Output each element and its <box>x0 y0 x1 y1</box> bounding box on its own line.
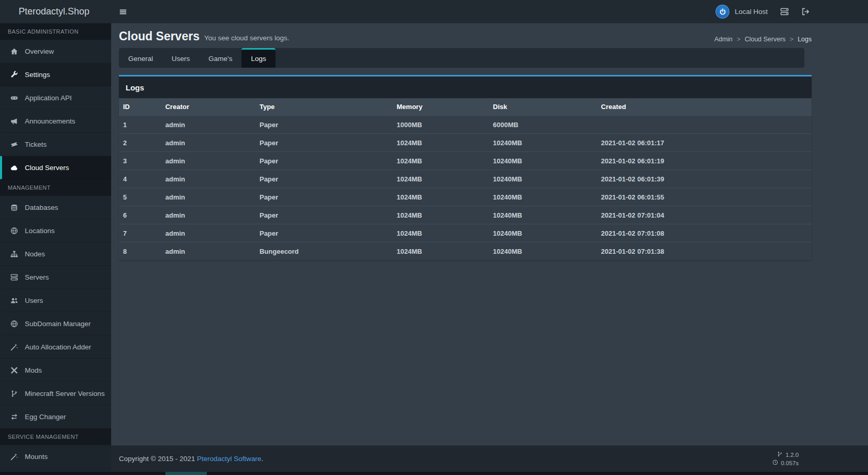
sidebar-item-mounts[interactable]: Mounts <box>0 445 111 468</box>
globe-icon <box>9 320 19 328</box>
database-icon <box>9 204 19 211</box>
log-row: 4adminPaper1024MB10240MB2021-01-02 06:01… <box>119 170 812 188</box>
log-cell: Paper <box>255 188 392 206</box>
footer: Copyright © 2015 - 2021 Pterodactyl Soft… <box>111 446 868 472</box>
sidebar-item-minecraft-server-versions[interactable]: Minecraft Server Versions <box>0 382 111 405</box>
content-area: Cloud ServersYou see cloud servers logs.… <box>111 23 868 446</box>
sidebar-item-databases[interactable]: Databases <box>0 196 111 219</box>
log-cell: 10240MB <box>489 242 597 261</box>
tab-general[interactable]: General <box>119 48 162 68</box>
log-cell: admin <box>161 134 255 152</box>
log-cell: 6 <box>119 206 161 224</box>
sidebar-item-label: Minecraft Server Versions <box>25 390 105 397</box>
sidebar-item-nodes[interactable]: Nodes <box>0 242 111 266</box>
ticket-icon <box>9 141 19 148</box>
gamepad-icon <box>9 94 19 102</box>
sidebar-item-cloud-servers[interactable]: Cloud Servers <box>0 156 111 179</box>
log-cell: admin <box>161 206 255 224</box>
log-cell: 10240MB <box>489 206 597 224</box>
sidebar-section-service-management: SERVICE MANAGEMENT <box>0 428 111 445</box>
sidebar-item-label: Mods <box>25 366 42 374</box>
power-logo-icon <box>715 5 729 19</box>
breadcrumb-item-cloud-servers[interactable]: Cloud Servers <box>744 36 785 43</box>
log-cell: admin <box>161 170 255 188</box>
sidebar-item-settings[interactable]: Settings <box>0 63 111 86</box>
sidebar-item-locations[interactable]: Locations <box>0 219 111 242</box>
brand-link[interactable]: Pterodactyl.Shop <box>0 0 111 23</box>
sign-out-icon[interactable] <box>801 7 810 16</box>
breadcrumb-item-logs[interactable]: Logs <box>798 36 812 43</box>
log-row: 5adminPaper1024MB10240MB2021-01-02 06:01… <box>119 188 812 206</box>
sidebar-item-overview[interactable]: Overview <box>0 40 111 63</box>
sidebar-item-label: Application API <box>25 94 72 102</box>
sidebar-item-egg-changer[interactable]: Egg Changer <box>0 405 111 428</box>
sidebar-item-label: Servers <box>25 273 49 281</box>
log-cell: admin <box>161 224 255 242</box>
column-header-created: Created <box>597 98 812 116</box>
log-cell: 10240MB <box>489 224 597 242</box>
log-cell: Paper <box>255 206 392 224</box>
log-cell: 1024MB <box>392 152 489 170</box>
sidebar-section-basic-administration: BASIC ADMINISTRATION <box>0 23 111 40</box>
log-cell: admin <box>161 188 255 206</box>
sidebar-item-announcements[interactable]: Announcements <box>0 110 111 133</box>
sidebar-item-label: Announcements <box>25 117 75 125</box>
tab-users[interactable]: Users <box>162 48 199 68</box>
log-cell: 2021-01-02 06:01:19 <box>597 152 812 170</box>
sidebar-item-label: Auto Allocation Adder <box>25 343 91 351</box>
sitemap-icon <box>9 250 19 258</box>
sidebar-item-tickets[interactable]: Tickets <box>0 133 111 156</box>
sidebar-item-mods[interactable]: Mods <box>0 359 111 382</box>
log-cell: 2 <box>119 134 161 152</box>
sidebar-item-label: Databases <box>25 204 58 211</box>
sidebar-toggle-button[interactable] <box>111 0 135 23</box>
sidebar-item-label: Locations <box>25 227 55 235</box>
log-cell <box>597 116 812 134</box>
globe-icon <box>9 227 19 235</box>
log-cell: Paper <box>255 224 392 242</box>
footer-meta: 1.2.0 0.057s <box>772 451 799 466</box>
log-cell: admin <box>161 116 255 134</box>
sidebar-item-servers[interactable]: Servers <box>0 266 111 289</box>
page-subtitle: You see cloud servers logs. <box>204 34 290 42</box>
log-cell: 2021-01-02 06:01:17 <box>597 134 812 152</box>
log-cell: 2021-01-02 07:01:08 <box>597 224 812 242</box>
sidebar-section-management: MANAGEMENT <box>0 179 111 196</box>
log-cell: Paper <box>255 152 392 170</box>
sidebar-item-label: Overview <box>25 48 54 55</box>
breadcrumb-separator: > <box>790 36 794 43</box>
breadcrumb-item-admin[interactable]: Admin <box>714 36 733 43</box>
code-branch-icon <box>9 390 19 397</box>
log-cell: 1024MB <box>392 242 489 261</box>
log-cell: 7 <box>119 224 161 242</box>
copyright: Copyright © 2015 - 2021 Pterodactyl Soft… <box>119 455 263 463</box>
sidebar-item-subdomain-manager[interactable]: SubDomain Manager <box>0 312 111 335</box>
sidebar-item-auto-allocation-adder[interactable]: Auto Allocation Adder <box>0 335 111 359</box>
tab-game-s[interactable]: Game's <box>199 48 241 68</box>
servers-nav-icon[interactable] <box>780 7 789 16</box>
log-cell: 8 <box>119 242 161 261</box>
log-cell: 3 <box>119 152 161 170</box>
log-cell: 5 <box>119 188 161 206</box>
tab-logs[interactable]: Logs <box>241 48 275 68</box>
column-header-creator: Creator <box>161 98 255 116</box>
page-title: Cloud ServersYou see cloud servers logs. <box>119 29 290 43</box>
host-nav-item[interactable]: Local Host <box>715 5 768 19</box>
sidebar-item-application-api[interactable]: Application API <box>0 86 111 110</box>
sidebar-item-label: Tickets <box>25 141 47 148</box>
log-cell: 1024MB <box>392 170 489 188</box>
log-row: 6adminPaper1024MB10240MB2021-01-02 07:01… <box>119 206 812 224</box>
log-cell: admin <box>161 152 255 170</box>
sidebar-item-label: Nodes <box>25 250 45 258</box>
pterodactyl-software-link[interactable]: Pterodactyl Software <box>197 455 262 463</box>
sidebar-item-users[interactable]: Users <box>0 289 111 312</box>
server-icon <box>9 273 19 281</box>
log-cell: 1024MB <box>392 188 489 206</box>
logs-table-header-row: IDCreatorTypeMemoryDiskCreated <box>119 98 812 116</box>
version-info: 1.2.0 <box>777 451 799 458</box>
log-cell: 10240MB <box>489 152 597 170</box>
log-row: 7adminPaper1024MB10240MB2021-01-02 07:01… <box>119 224 812 242</box>
sidebar-item-label: SubDomain Manager <box>25 320 91 328</box>
log-cell: 1000MB <box>392 116 489 134</box>
log-cell: 6000MB <box>489 116 597 134</box>
